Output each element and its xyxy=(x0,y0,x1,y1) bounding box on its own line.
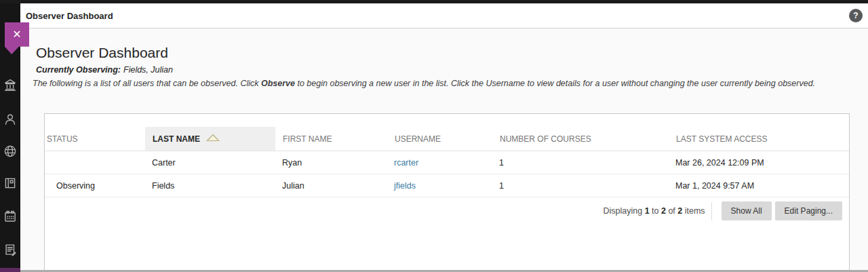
username-link[interactable]: jfields xyxy=(394,181,416,191)
instructions-post: to begin observing a new user in the lis… xyxy=(295,79,815,88)
username-link[interactable]: rcarter xyxy=(394,158,418,168)
currently-observing: Currently Observing:Fields, Julian xyxy=(36,65,173,75)
instructions-pre: The following is a list of all users tha… xyxy=(33,79,261,88)
sidebar-item-profile[interactable] xyxy=(3,112,18,127)
cell-first-name: Julian xyxy=(275,181,387,191)
paging-status-text: Displaying 1 to 2 of 2 items xyxy=(603,206,705,216)
footer-divider xyxy=(711,202,712,220)
column-header-last-name-label: LAST NAME xyxy=(153,134,200,144)
currently-observing-value: Fields, Julian xyxy=(123,65,173,75)
courses-icon xyxy=(3,176,18,191)
sidebar-item-community[interactable] xyxy=(3,144,18,159)
question-mark-icon: ? xyxy=(853,11,858,20)
currently-observing-label: Currently Observing: xyxy=(36,65,121,75)
sidebar-item-courses[interactable] xyxy=(3,176,18,191)
sidebar-item-institution[interactable] xyxy=(3,77,18,92)
column-header-username[interactable]: USERNAME xyxy=(387,134,492,144)
cell-last-name: Fields xyxy=(145,181,275,191)
topbar: Observer Dashboard ? xyxy=(20,3,868,28)
help-button[interactable]: ? xyxy=(849,9,863,22)
show-all-button[interactable]: Show All xyxy=(722,201,772,220)
calendar-icon xyxy=(3,209,18,224)
sort-ascending-icon xyxy=(206,134,220,144)
edit-paging-button[interactable]: Edit Paging... xyxy=(775,201,842,220)
content-area: Observer Dashboard Currently Observing:F… xyxy=(20,28,868,272)
instructions-bold: Observe xyxy=(261,79,295,88)
cell-last-name: Carter xyxy=(145,158,275,168)
close-icon: ✕ xyxy=(5,27,29,42)
topbar-title: Observer Dashboard xyxy=(26,11,113,21)
column-header-last-name[interactable]: LAST NAME xyxy=(145,127,275,151)
cell-last-system-access: Mar 1, 2024 9:57 AM xyxy=(669,181,849,191)
cell-last-system-access: Mar 26, 2024 12:09 PM xyxy=(669,158,849,168)
cell-status: Observing xyxy=(45,181,145,191)
table-row: Carter Ryan rcarter 1 Mar 26, 2024 12:09… xyxy=(45,151,849,174)
close-panel-button[interactable]: ✕ xyxy=(5,22,29,54)
table-header-row: STATUS LAST NAME FIRST NAME USERNAME NUM… xyxy=(45,127,849,151)
globe-icon xyxy=(3,144,18,159)
cell-number-of-courses: 1 xyxy=(492,181,669,191)
table-row: Observing Fields Julian jfields 1 Mar 1,… xyxy=(45,174,849,197)
instructions-text: The following is a list of all users tha… xyxy=(33,79,815,88)
table-footer: Displaying 1 to 2 of 2 items Show All Ed… xyxy=(45,197,849,220)
column-header-first-name[interactable]: FIRST NAME xyxy=(275,134,387,144)
observed-users-table: STATUS LAST NAME FIRST NAME USERNAME NUM… xyxy=(44,113,850,272)
cell-number-of-courses: 1 xyxy=(492,158,669,168)
column-header-status[interactable]: STATUS xyxy=(45,134,145,144)
column-header-number-of-courses[interactable]: NUMBER OF COURSES xyxy=(492,134,669,144)
bank-icon xyxy=(3,77,18,92)
sidebar-item-calendar[interactable] xyxy=(3,209,18,224)
document-pencil-icon xyxy=(3,242,18,257)
page-title: Observer Dashboard xyxy=(36,45,168,61)
cell-first-name: Ryan xyxy=(275,158,387,168)
sidebar-item-activity[interactable] xyxy=(3,242,18,257)
column-header-last-system-access[interactable]: LAST SYSTEM ACCESS xyxy=(669,134,849,144)
sidebar-bottom-accent xyxy=(0,268,20,272)
person-icon xyxy=(3,112,18,127)
